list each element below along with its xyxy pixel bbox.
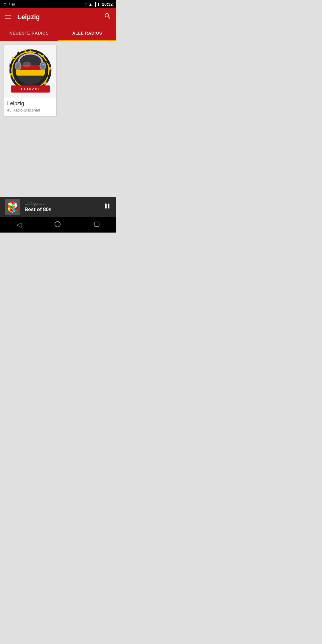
now-playing-info: Läuft gerade: Best of 80s — [24, 202, 99, 213]
menu-line-1 — [5, 15, 11, 16]
page-title: Leipzig — [17, 13, 104, 21]
tabs-bar: NEUESTE RADIOS ALLE RADIOS — [0, 26, 116, 41]
cast-icon: ⬚ — [84, 2, 87, 6]
svg-point-30 — [43, 64, 44, 65]
music-note-icon: ♩ — [8, 2, 10, 6]
main-content: LEIPZIG Leipzig 45 Radio Stationen — [0, 41, 116, 197]
system-nav-bar: ◁ — [0, 217, 116, 233]
now-playing-label: Läuft gerade: — [24, 202, 99, 206]
status-icons-left: ⊙ ♩ ▤ — [4, 2, 15, 6]
now-playing-bar: Läuft gerade: Best of 80s — [0, 197, 116, 217]
sd-card-icon: ▤ — [12, 2, 15, 6]
svg-point-24 — [22, 61, 31, 67]
svg-point-26 — [16, 63, 20, 69]
svg-text:LEIPZIG: LEIPZIG — [21, 87, 40, 91]
time-display: 20:32 — [102, 2, 113, 7]
recents-button[interactable] — [94, 221, 100, 228]
back-button[interactable]: ◁ — [16, 221, 21, 229]
menu-button[interactable] — [5, 15, 11, 19]
menu-line-3 — [5, 18, 11, 19]
camera-icon: ⊙ — [4, 2, 7, 6]
status-icons-right: ⬚ ▲ ▐ ▮ 20:32 — [84, 2, 113, 7]
home-button[interactable] — [54, 221, 61, 229]
rubiks-cube-icon — [5, 200, 20, 214]
svg-point-55 — [55, 222, 60, 227]
menu-line-2 — [5, 17, 11, 17]
status-bar: ⊙ ♩ ▤ ⬚ ▲ ▐ ▮ 20:32 — [0, 0, 116, 8]
wifi-icon: ▲ — [89, 2, 92, 7]
now-playing-thumbnail[interactable] — [5, 199, 20, 215]
svg-point-29 — [42, 64, 45, 66]
app-bar: Leipzig — [0, 8, 116, 26]
radio-card-name: Leipzig — [7, 100, 53, 107]
svg-rect-23 — [16, 70, 45, 76]
signal-icon: ▐ — [94, 2, 96, 7]
battery-icon: ▮ — [97, 2, 100, 7]
radio-card[interactable]: LEIPZIG Leipzig 45 Radio Stationen — [4, 45, 56, 116]
leipzig-logo-svg: LEIPZIG — [7, 48, 54, 95]
search-button[interactable] — [104, 12, 112, 22]
tab-neueste-radios[interactable]: NEUESTE RADIOS — [0, 26, 58, 41]
now-playing-title: Best of 80s — [24, 207, 99, 213]
radio-card-info: Leipzig 45 Radio Stationen — [4, 97, 56, 116]
radio-card-image: LEIPZIG — [4, 45, 56, 97]
tab-alle-radios[interactable]: ALLE RADIOS — [58, 26, 116, 41]
pause-button[interactable] — [103, 202, 112, 212]
radio-card-station-count: 45 Radio Stationen — [7, 108, 53, 112]
svg-rect-56 — [95, 222, 99, 227]
